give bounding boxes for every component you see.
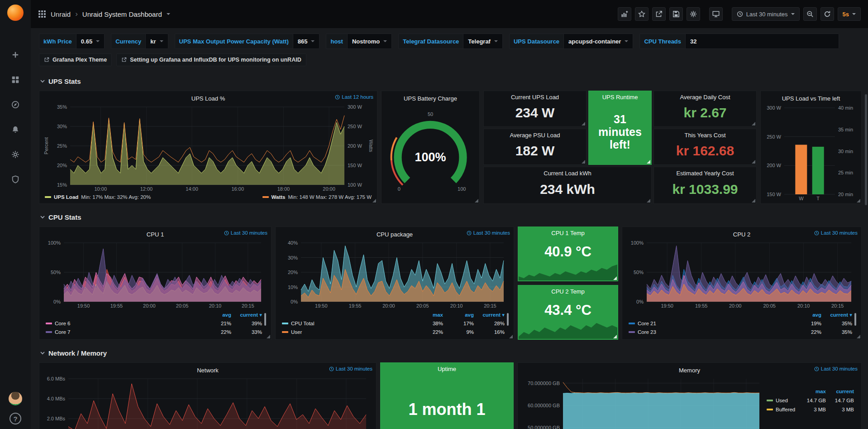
panel-header: UPS Battery Charge bbox=[385, 93, 476, 103]
dashboard-link[interactable]: Grafana Plex Theme bbox=[39, 53, 112, 66]
legend-series-row[interactable]: CPU Total38%17%28% bbox=[282, 319, 505, 328]
caret-down-icon bbox=[791, 13, 795, 15]
legend-series-row[interactable]: Core 722%33% bbox=[46, 328, 262, 336]
sidebar-configuration-button[interactable] bbox=[11, 150, 19, 159]
legend-col-header[interactable]: current ▾ bbox=[234, 312, 262, 318]
svg-text:25%: 25% bbox=[57, 143, 67, 149]
legend-series-row[interactable]: Used14.7 GB14.7 GB bbox=[767, 396, 854, 405]
chevron-down-icon bbox=[40, 78, 45, 84]
legend-series-row[interactable]: Buffered3 MB3 MB bbox=[767, 405, 854, 414]
sidebar-server-admin-button[interactable] bbox=[11, 175, 19, 183]
svg-text:150 W: 150 W bbox=[767, 192, 781, 197]
panel-title[interactable]: This Years Cost bbox=[658, 132, 753, 139]
panel-title[interactable]: Current UPS Load bbox=[487, 94, 582, 101]
time-override-link[interactable]: Last 30 minutes bbox=[224, 230, 267, 236]
svg-text:10:00: 10:00 bbox=[95, 186, 107, 192]
add-panel-button[interactable] bbox=[618, 7, 631, 21]
grafana-logo[interactable] bbox=[7, 5, 24, 21]
refresh-button[interactable] bbox=[820, 7, 834, 21]
variable-label: kWh Price bbox=[39, 34, 76, 49]
variable-value-dropdown[interactable]: 0.65 bbox=[76, 34, 105, 49]
sidebar-explore-button[interactable] bbox=[11, 101, 19, 109]
cpu-temp-column: CPU 1 Temp 40.9 °C CPU 2 Temp 43.4 °C bbox=[518, 227, 618, 340]
panel-title[interactable]: Average PSU Load bbox=[487, 132, 582, 139]
panel-title[interactable]: Network bbox=[197, 367, 219, 374]
legend-series-row[interactable]: User22%9%16% bbox=[282, 328, 505, 336]
time-override-label: Last 30 minutes bbox=[231, 230, 267, 236]
panel-title[interactable]: CPU package bbox=[377, 231, 413, 238]
panel-memory-graph: Memory Last 30 minutes 19:5019:5520:0020… bbox=[517, 362, 862, 429]
dashboard-settings-button[interactable] bbox=[687, 7, 700, 21]
sidebar-dashboards-button[interactable] bbox=[11, 76, 19, 84]
network-chart: 19:5019:5520:0020:0520:1020:150 MBs2.0 M… bbox=[43, 375, 372, 429]
sidebar-alerting-button[interactable] bbox=[11, 125, 19, 134]
panel-title[interactable]: Uptime bbox=[384, 366, 510, 372]
sidebar-create-button[interactable] bbox=[11, 51, 19, 59]
time-override-link[interactable]: Last 30 minutes bbox=[814, 366, 858, 371]
svg-text:19:50: 19:50 bbox=[661, 303, 673, 308]
legend-col-header[interactable]: avg bbox=[446, 312, 474, 318]
time-override-link[interactable]: Last 30 minutes bbox=[814, 230, 858, 236]
legend-col-header[interactable]: avg bbox=[793, 312, 821, 318]
zoom-out-button[interactable] bbox=[803, 7, 817, 21]
legend-col-header[interactable]: current bbox=[829, 389, 854, 394]
svg-text:19:50: 19:50 bbox=[315, 303, 328, 308]
external-link-icon bbox=[121, 57, 127, 63]
legend-item[interactable]: WattsMin: 148 W Max: 278 W Avg: 175 W bbox=[262, 194, 372, 200]
legend-col-header[interactable]: max bbox=[801, 389, 826, 394]
legend-series-row[interactable]: Core 621%39% bbox=[46, 319, 262, 328]
legend-col-header[interactable]: max bbox=[415, 312, 443, 318]
legend-item[interactable]: UPS LoadMin: 17% Max: 32% Avg: 20% bbox=[45, 194, 151, 200]
variable-value-dropdown[interactable]: kr bbox=[145, 34, 168, 49]
panel-cpu2-temp: CPU 2 Temp 43.4 °C bbox=[518, 285, 618, 340]
legend-col-header[interactable]: current ▾ bbox=[477, 312, 505, 318]
legend-series-row[interactable]: Core 2322%35% bbox=[629, 328, 852, 336]
panel-title[interactable]: UPS Load % bbox=[191, 95, 225, 102]
variable-value-dropdown[interactable]: 865 bbox=[293, 34, 320, 49]
star-button[interactable] bbox=[635, 7, 649, 21]
panel-title[interactable]: UPS Load vs Time left bbox=[782, 95, 840, 102]
cycle-view-button[interactable] bbox=[709, 7, 723, 21]
panel-title[interactable]: CPU 1 bbox=[147, 231, 164, 238]
breadcrumb-org[interactable]: Unraid bbox=[51, 10, 71, 18]
panel-title[interactable]: Memory bbox=[679, 367, 700, 374]
save-button[interactable] bbox=[669, 7, 683, 21]
svg-text:20:05: 20:05 bbox=[416, 303, 429, 308]
svg-text:20:00: 20:00 bbox=[729, 303, 742, 308]
profile-avatar[interactable] bbox=[9, 392, 22, 405]
share-button[interactable] bbox=[652, 7, 666, 21]
dashboard-link[interactable]: Setting up Grafana and InfluxDB for UPS … bbox=[116, 53, 306, 66]
refresh-interval-dropdown[interactable]: 5s bbox=[838, 7, 861, 21]
time-override-link[interactable]: Last 12 hours bbox=[335, 94, 373, 100]
panel-title[interactable]: UPS Runtime bbox=[592, 94, 648, 101]
section-ups-stats[interactable]: UPS Stats bbox=[40, 75, 862, 87]
series-color-dash bbox=[282, 331, 288, 333]
panel-title[interactable]: Average Daily Cost bbox=[658, 94, 753, 101]
time-picker-button[interactable]: Last 30 minutes bbox=[732, 7, 800, 21]
section-network-memory[interactable]: Network / Memory bbox=[40, 347, 862, 359]
help-button[interactable]: ? bbox=[10, 413, 21, 424]
panel-title[interactable]: Estimated Yearly Cost bbox=[658, 170, 753, 177]
variable-value-dropdown[interactable]: apcupsd-container bbox=[563, 34, 633, 49]
variable-value-dropdown[interactable]: Nostromo bbox=[347, 34, 392, 49]
panel-title[interactable]: CPU 2 bbox=[733, 231, 750, 238]
legend-series-row[interactable]: Core 2119%35% bbox=[629, 319, 852, 328]
time-override-link[interactable]: Last 30 minutes bbox=[467, 230, 510, 236]
legend-col-header[interactable]: current ▾ bbox=[824, 312, 852, 318]
panel-title[interactable]: UPS Battery Charge bbox=[404, 95, 457, 102]
breadcrumb-dashboard-title[interactable]: Unraid System Dashboard bbox=[82, 10, 162, 18]
series-color-dash bbox=[46, 331, 52, 333]
variable-value-dropdown[interactable]: Telegraf bbox=[463, 34, 503, 49]
legend-col-header[interactable]: avg bbox=[203, 312, 231, 318]
time-override-link[interactable]: Last 30 minutes bbox=[329, 366, 372, 371]
panel-title[interactable]: CPU 1 Temp bbox=[522, 230, 614, 236]
dashboard-caret-icon[interactable] bbox=[167, 13, 170, 15]
variable-input[interactable]: 32 bbox=[685, 34, 839, 49]
page-scrollbar[interactable] bbox=[865, 94, 867, 205]
panel-title[interactable]: CPU 2 Temp bbox=[522, 288, 614, 295]
svg-text:30%: 30% bbox=[288, 255, 298, 260]
apps-grid-icon[interactable] bbox=[38, 10, 46, 18]
section-cpu-stats[interactable]: CPU Stats bbox=[40, 211, 862, 223]
panel-title[interactable]: Current Load kWh bbox=[487, 170, 648, 177]
svg-text:50%: 50% bbox=[634, 270, 644, 275]
